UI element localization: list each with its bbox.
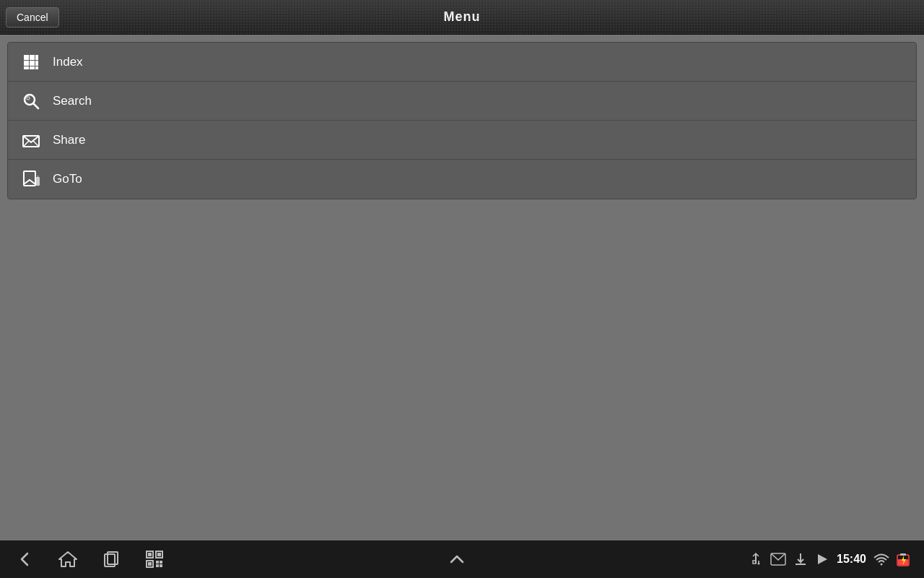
svg-rect-2 [35,55,38,60]
goto-icon [19,168,43,191]
svg-rect-26 [148,562,152,566]
download-icon [793,552,808,566]
menu-item-search-label: Search [53,94,92,108]
svg-rect-40 [900,553,906,556]
svg-rect-27 [156,561,159,564]
back-button[interactable] [14,549,35,569]
svg-rect-8 [35,66,38,69]
grid-icon [19,51,43,74]
signal-icon [897,552,910,566]
menu-panel: Index Search Share [7,42,917,199]
svg-rect-16 [36,177,40,186]
svg-rect-24 [157,553,161,556]
svg-rect-28 [160,561,162,564]
svg-marker-37 [818,554,827,564]
svg-rect-32 [753,561,756,564]
menu-item-search[interactable]: Search [8,82,916,121]
menu-item-goto[interactable]: GoTo [8,160,916,199]
menu-title: Menu [444,9,481,25]
svg-line-14 [33,141,39,147]
svg-rect-22 [148,553,152,556]
clock: 15:40 [837,553,866,566]
status-bar-right: 15:40 [749,552,910,566]
menu-item-index-label: Index [53,55,83,69]
menu-item-share-label: Share [53,133,85,147]
svg-rect-29 [156,564,159,567]
svg-rect-1 [30,55,35,60]
search-icon [19,90,43,113]
email-icon [770,553,786,566]
share-icon [19,129,43,152]
home-button[interactable] [58,549,78,569]
qr-button[interactable] [144,549,165,569]
svg-rect-0 [24,55,29,60]
svg-rect-4 [30,61,35,66]
svg-point-38 [880,564,882,566]
svg-line-10 [34,103,39,108]
media-icon [815,552,829,566]
svg-line-13 [23,141,29,147]
menu-item-index[interactable]: Index [8,43,916,82]
bottom-navigation-bar: 15:40 [0,540,924,578]
menu-item-share[interactable]: Share [8,121,916,160]
menu-item-goto-label: GoTo [53,172,82,186]
svg-point-11 [27,97,30,100]
usb-icon [749,552,763,566]
wifi-icon [873,553,889,566]
svg-rect-17 [38,176,38,178]
svg-point-34 [758,563,760,565]
svg-rect-6 [24,66,29,69]
up-button[interactable] [447,549,467,569]
cancel-button[interactable]: Cancel [6,7,59,27]
svg-rect-7 [30,66,35,69]
svg-rect-5 [35,61,38,66]
svg-marker-18 [59,552,77,566]
top-action-bar: Cancel Menu [0,0,924,35]
svg-rect-3 [24,61,29,66]
svg-rect-30 [160,564,162,567]
bottom-nav-left [14,549,165,569]
recents-button[interactable] [101,549,121,569]
